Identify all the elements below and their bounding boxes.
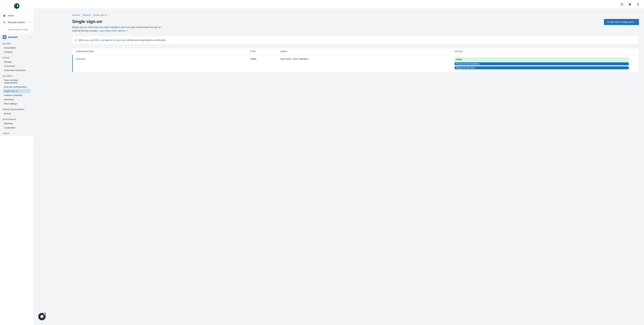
billing-section-title: Billing	[3, 43, 31, 45]
create-sso-button-label: Create SSO configuration	[607, 21, 634, 23]
sidebar-item-storage[interactable]: Storage	[3, 60, 31, 64]
page-subtitle: Single sign-on (SSO) lets your team memb…	[72, 26, 166, 33]
row-menu-button[interactable]: ⋮	[629, 58, 634, 63]
usage-section: Usage Storage AI and bots Automated reso…	[0, 55, 33, 73]
sidebar-item-end-user-auth[interactable]: End user authentication	[3, 85, 31, 89]
status-badge-primary-end: Primary for end users	[455, 66, 629, 69]
sidebar-item-subscription[interactable]: Subscription	[3, 46, 31, 50]
chat-icon	[40, 315, 44, 318]
sidebar-item-advanced[interactable]: Advanced	[3, 97, 31, 102]
zendesk-logo-icon	[14, 3, 20, 10]
create-sso-chevron-icon: ▾	[635, 21, 636, 23]
account-label: Account	[8, 36, 18, 39]
page-header: Single sign-on Single sign-on (SSO) lets…	[72, 19, 639, 33]
chat-bubble-button[interactable]: 2	[38, 313, 46, 320]
breadcrumb-current: Single sign-on	[94, 14, 107, 16]
table-header: Configuration Type Users Status	[72, 48, 639, 55]
account-header[interactable]: Account ▴	[0, 34, 33, 41]
page-title: Single sign-on	[72, 19, 166, 24]
breadcrumb: Account › Security › Single sign-on	[72, 14, 639, 16]
grid-icon[interactable]	[619, 2, 624, 7]
svg-rect-5	[622, 3, 623, 4]
chevron-down-icon: ▾	[30, 22, 31, 23]
search-container: 🔍	[0, 26, 33, 34]
recently-viewed-label: Recently viewed	[8, 21, 25, 24]
info-banner: ℹ When you use SSO, you need to do your …	[72, 36, 639, 44]
svg-rect-3	[5, 37, 6, 38]
user-avatar-icon[interactable]	[635, 2, 641, 7]
sidebar-item-localization[interactable]: Localization	[3, 126, 31, 130]
appearance-section-title: Appearance	[3, 118, 31, 120]
sidebar-item-contacts[interactable]: Contacts	[3, 50, 31, 54]
info-icon: ℹ	[75, 39, 76, 42]
sidebar: Home Recently viewed ▾ 🔍 Account ▴ Billi…	[0, 0, 34, 325]
sidebar-item-more-settings[interactable]: More settings	[3, 102, 31, 106]
chat-badge-count: 2	[43, 312, 46, 315]
sidebar-item-recently-viewed[interactable]: Recently viewed ▾	[0, 19, 33, 26]
breadcrumb-sep-1: ›	[81, 14, 82, 16]
sidebar-item-single-sign-on[interactable]: Single sign-on	[3, 89, 31, 93]
breadcrumb-account[interactable]: Account	[72, 14, 80, 16]
home-icon	[3, 14, 6, 17]
col-header-status: Status	[454, 50, 629, 53]
table-row: Descope SAML End users, Team members Act…	[72, 55, 639, 72]
search-input[interactable]	[2, 27, 31, 32]
tools-section: Tools	[0, 130, 33, 136]
topbar	[34, 0, 644, 9]
status-badge-active: Active	[455, 58, 629, 61]
cell-status: Active Primary for team members Primary …	[455, 58, 629, 69]
account-section: Account ▴ Billing Subscription Contacts …	[0, 34, 33, 136]
sidebar-item-home[interactable]: Home	[0, 12, 33, 19]
help-icon[interactable]	[627, 2, 632, 7]
clock-icon	[3, 21, 6, 24]
app-logo	[0, 0, 33, 12]
cell-type: SAML	[250, 58, 280, 60]
sidebar-item-branding[interactable]: Branding	[3, 121, 31, 126]
account-chevron-icon: ▴	[30, 36, 31, 38]
page-header-left: Single sign-on Single sign-on (SSO) lets…	[72, 19, 166, 33]
sso-table: Configuration Type Users Status Descope …	[72, 48, 639, 72]
breadcrumb-security[interactable]: Security	[83, 14, 90, 16]
create-sso-button[interactable]: Create SSO configuration ▾	[604, 19, 639, 25]
status-badge-primary-team: Primary for team members	[455, 62, 629, 65]
home-label: Home	[8, 14, 14, 17]
brand-management-section: Brand management Brands	[0, 106, 33, 116]
svg-rect-7	[622, 5, 623, 5]
sidebar-item-team-member-auth[interactable]: Team member authentication	[3, 78, 31, 85]
info-banner-text: When you use SSO, you need to do your ow…	[78, 39, 166, 42]
svg-rect-1	[5, 36, 6, 37]
learn-more-link[interactable]: Learn about SSO options ↗	[99, 29, 128, 32]
svg-rect-0	[4, 36, 4, 37]
sidebar-item-automated-resolutions[interactable]: Automated resolutions	[3, 68, 31, 72]
sidebar-item-deletion-schedules[interactable]: Deletion schedules	[3, 93, 31, 97]
col-header-configuration: Configuration	[76, 50, 250, 53]
col-header-users: Users	[280, 50, 454, 53]
security-section-title: Security	[3, 75, 31, 77]
col-header-actions	[629, 50, 636, 53]
cell-users: End users, Team members	[280, 58, 454, 60]
tools-section-title: Tools	[3, 132, 31, 134]
sidebar-item-ai-and-bots[interactable]: AI and bots	[3, 64, 31, 68]
security-section: Security Team member authentication End …	[0, 73, 33, 106]
cell-configuration[interactable]: Descope	[76, 58, 250, 60]
appearance-section: Appearance Branding Localization	[0, 116, 33, 130]
svg-rect-6	[621, 5, 622, 5]
brand-management-section-title: Brand management	[3, 108, 31, 110]
usage-section-title: Usage	[3, 57, 31, 59]
svg-rect-2	[4, 37, 4, 38]
svg-rect-4	[621, 3, 622, 4]
sidebar-item-brands[interactable]: Brands	[3, 112, 31, 116]
breadcrumb-sep-2: ›	[92, 14, 92, 16]
billing-section: Billing Subscription Contacts	[0, 41, 33, 55]
account-icon	[3, 35, 6, 39]
col-header-type: Type	[250, 50, 280, 53]
main-content: Account › Security › Single sign-on Sing…	[67, 9, 644, 325]
